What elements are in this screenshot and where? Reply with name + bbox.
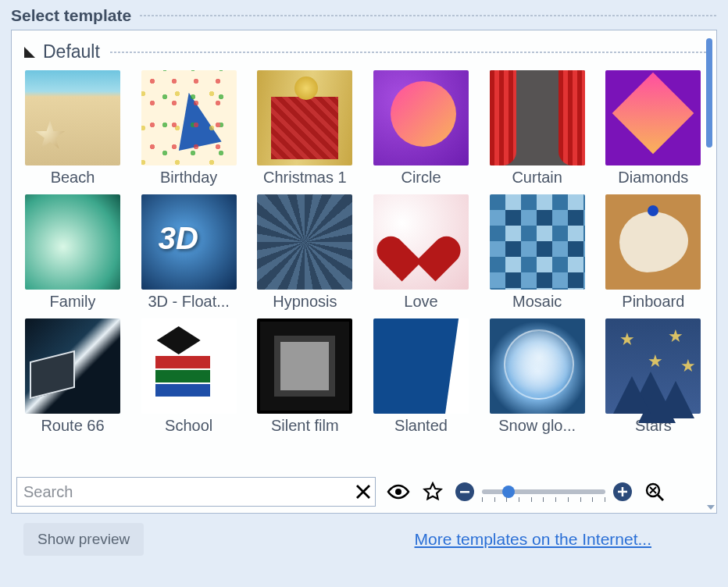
gallery-toolbar [12, 472, 716, 513]
template-grid: BeachBirthdayChristmas 1CircleCurtainDia… [20, 70, 708, 435]
template-label: Slanted [394, 417, 448, 435]
template-item[interactable]: Family [23, 194, 123, 311]
template-thumbnail [141, 70, 237, 165]
template-thumbnail [490, 194, 585, 290]
template-label: Stars [635, 417, 672, 435]
template-item[interactable]: 3D - Float... [139, 194, 239, 311]
panel-title: Select template [11, 6, 131, 25]
template-label: Beach [51, 169, 95, 187]
x-icon [354, 482, 373, 501]
category-header[interactable]: Default [20, 41, 708, 62]
template-item[interactable]: School [139, 318, 239, 435]
template-thumbnail [490, 318, 585, 414]
template-thumbnail [605, 194, 701, 290]
template-label: 3D - Float... [148, 293, 229, 311]
template-item[interactable]: Stars [603, 318, 703, 435]
zoom-reset-button[interactable] [643, 480, 666, 503]
template-item[interactable]: Mosaic [487, 194, 587, 311]
eye-icon [387, 483, 410, 500]
template-item[interactable]: Christmas 1 [255, 70, 355, 187]
panel-header: Select template [0, 0, 728, 30]
template-thumbnail [490, 70, 585, 165]
template-label: Family [50, 293, 96, 311]
preview-eye-button[interactable] [387, 480, 410, 503]
template-thumbnail [605, 70, 701, 165]
template-item[interactable]: Slanted [371, 318, 471, 435]
zoom-reset-icon [644, 482, 665, 502]
template-thumbnail [141, 194, 237, 290]
template-item[interactable]: Love [371, 194, 471, 311]
svg-point-0 [395, 489, 401, 495]
favorite-button[interactable] [421, 480, 444, 503]
template-label: Birthday [160, 169, 217, 187]
footer-row: Show preview More templates on the Inter… [0, 514, 728, 562]
template-label: Christmas 1 [263, 169, 347, 187]
template-item[interactable]: Hypnosis [255, 194, 355, 311]
divider-dots [109, 51, 708, 54]
template-item[interactable]: Birthday [139, 70, 239, 187]
zoom-slider-thumb[interactable] [502, 486, 515, 498]
template-item[interactable]: Circle [371, 70, 471, 187]
template-item[interactable]: Pinboard [603, 194, 703, 311]
zoom-out-button[interactable] [455, 482, 474, 501]
template-thumbnail [373, 318, 469, 414]
template-label: Silent film [271, 417, 339, 435]
divider-dots [139, 14, 717, 17]
template-label: Love [404, 293, 437, 311]
template-thumbnail [141, 318, 237, 414]
zoom-slider[interactable] [482, 489, 605, 494]
template-item[interactable]: Silent film [255, 318, 355, 435]
scroll-down-arrow-icon[interactable] [707, 505, 715, 510]
template-item[interactable]: Snow glo... [487, 318, 587, 435]
template-label: Curtain [512, 169, 562, 187]
template-label: Pinboard [622, 293, 684, 311]
scrollbar-vertical[interactable] [706, 38, 714, 466]
category-label: Default [43, 41, 100, 62]
svg-rect-1 [460, 491, 469, 493]
template-thumbnail [257, 318, 352, 414]
star-icon [423, 482, 443, 502]
zoom-in-button[interactable] [613, 482, 632, 501]
svg-rect-3 [622, 487, 624, 496]
template-label: Diamonds [618, 169, 688, 187]
zoom-controls [455, 482, 632, 501]
template-thumbnail [257, 194, 352, 290]
template-label: Hypnosis [273, 293, 337, 311]
collapse-triangle-icon [24, 47, 35, 58]
template-item[interactable]: Route 66 [23, 318, 123, 435]
template-label: School [165, 417, 212, 435]
gallery-container: Default BeachBirthdayChristmas 1CircleCu… [11, 30, 717, 514]
template-label: Snow glo... [498, 417, 576, 435]
template-thumbnail [257, 70, 352, 165]
scrollbar-thumb[interactable] [706, 38, 712, 148]
template-thumbnail [605, 318, 701, 414]
show-preview-button[interactable]: Show preview [23, 523, 144, 556]
template-item[interactable]: Curtain [487, 70, 587, 187]
more-templates-link[interactable]: More templates on the Internet... [415, 530, 652, 549]
template-thumbnail [25, 194, 120, 290]
minus-icon [459, 486, 470, 497]
template-label: Circle [401, 169, 441, 187]
template-item[interactable]: Diamonds [603, 70, 703, 187]
search-clear-button[interactable] [352, 480, 375, 503]
template-thumbnail [373, 70, 469, 165]
template-label: Mosaic [512, 293, 562, 311]
search-box [16, 477, 376, 507]
template-thumbnail [25, 70, 120, 165]
template-thumbnail [373, 194, 469, 290]
plus-icon [617, 486, 628, 497]
gallery-scroll: Default BeachBirthdayChristmas 1CircleCu… [12, 30, 716, 472]
slider-ticks [482, 497, 605, 502]
template-thumbnail [25, 318, 120, 414]
svg-line-5 [658, 495, 663, 500]
template-item[interactable]: Beach [23, 70, 123, 187]
search-input[interactable] [17, 483, 352, 501]
template-label: Route 66 [41, 417, 104, 435]
